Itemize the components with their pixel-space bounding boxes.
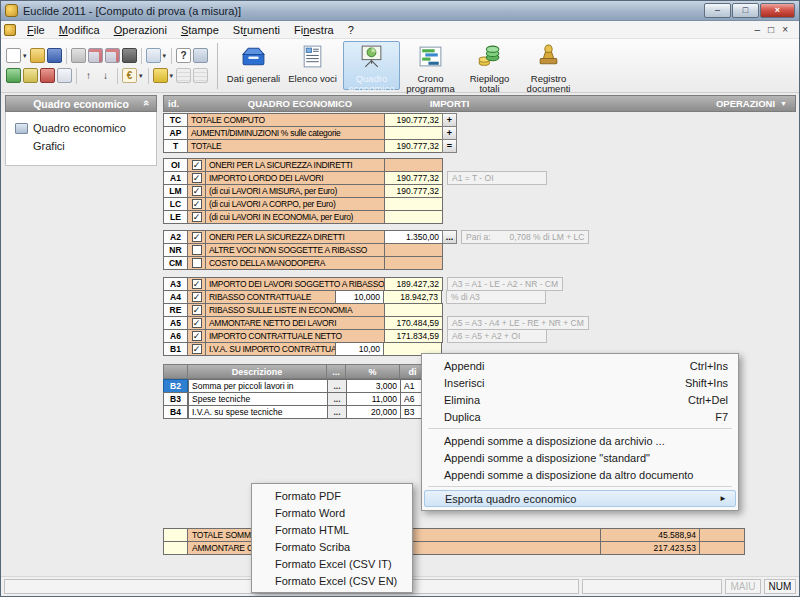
menu-modifica[interactable]: Modifica (52, 23, 107, 37)
table-row-lm: LM✓(di cui LAVORI A MISURA, per Euro)190… (163, 184, 799, 198)
table-row-a4: A4✓RIBASSO CONTRATTUALE10,00018.942,73% … (163, 290, 799, 304)
importo-cell: 190.777,32 (384, 171, 443, 185)
open-folder-icon[interactable] (30, 48, 45, 63)
checkbox[interactable]: ✓ (192, 279, 202, 289)
restore-button[interactable]: □ (732, 3, 759, 18)
checkbox[interactable]: ✓ (192, 212, 202, 222)
save-icon[interactable] (47, 48, 62, 63)
sidebar-item-grafici[interactable]: Grafici (15, 137, 154, 155)
submenu-item-formato-excel-csv-it[interactable]: Formato Excel (CSV IT) (254, 555, 410, 572)
row-equals-button[interactable]: = (442, 139, 457, 153)
checkbox[interactable]: ✓ (192, 331, 202, 341)
toolbar-button-registro-documenti[interactable]: Registro documenti (520, 41, 577, 90)
toolbar-button-riepilogo-totali[interactable]: Riepilogo totali (461, 41, 518, 90)
row-ellipsis-button[interactable]: ... (327, 392, 347, 406)
value-input[interactable]: 10,000 (335, 290, 384, 304)
menu-file[interactable]: File (20, 23, 52, 37)
paste-special-icon[interactable] (105, 48, 120, 63)
grid-2-icon[interactable] (193, 68, 208, 83)
context-menu-item-appendi-somme-a-disposizione-da-altro-documento[interactable]: Appendi somme a disposizione da altro do… (424, 466, 736, 483)
submenu-item-formato-scriba[interactable]: Formato Scriba (254, 538, 410, 555)
scroll-top-icon[interactable]: ↑ (81, 68, 96, 83)
checkbox[interactable]: ✓ (192, 344, 202, 354)
close-button[interactable]: × (760, 3, 795, 18)
context-menu-item-elimina[interactable]: EliminaCtrl+Del (424, 391, 736, 408)
row-ellipsis-button[interactable]: ... (442, 230, 457, 244)
submenu-item-formato-pdf[interactable]: Formato PDF (254, 487, 410, 504)
column-id: id. (164, 98, 189, 109)
toolbar-button-crono-programma[interactable]: Crono programma (402, 41, 459, 90)
checkbox[interactable] (192, 245, 202, 255)
submenu-item-formato-html[interactable]: Formato HTML (254, 521, 410, 538)
checkbox[interactable]: ✓ (192, 305, 202, 315)
menu-help[interactable]: ? (341, 23, 361, 37)
toolbar-separator (117, 68, 118, 84)
menu-strumenti[interactable]: Strumenti (226, 23, 287, 37)
table-group-4: A3✓IMPORTO DEI LAVORI SOGGETTO A RIBASSO… (163, 277, 799, 356)
app-logo-icon (5, 4, 18, 17)
mdi-close-button[interactable]: × (782, 24, 788, 35)
fill-icon[interactable] (153, 68, 168, 83)
scroll-bottom-icon[interactable]: ↓ (98, 68, 113, 83)
currency-icon[interactable]: € (122, 68, 137, 83)
checkbox[interactable]: ✓ (192, 318, 202, 328)
row-plus-button[interactable]: + (442, 126, 457, 140)
copy-icon[interactable] (57, 68, 72, 83)
menu-stampe[interactable]: Stampe (174, 23, 226, 37)
context-menu-item-esporta-quadro-economico[interactable]: Esporta quadro economico► (424, 490, 736, 507)
value-input[interactable]: 10,00 (335, 342, 384, 356)
percent-cell[interactable]: 20,000 (346, 405, 401, 419)
checkbox[interactable]: ✓ (192, 160, 202, 170)
submenu-item-formato-word[interactable]: Formato Word (254, 504, 410, 521)
menu-operazioni[interactable]: Operazioni (107, 23, 174, 37)
checkbox[interactable]: ✓ (192, 199, 202, 209)
mdi-minimize-button[interactable]: – (755, 24, 761, 35)
checkbox[interactable]: ✓ (192, 292, 202, 302)
find-icon[interactable] (122, 48, 137, 63)
checkbox[interactable]: ✓ (192, 186, 202, 196)
toolbar-button-elenco-voci[interactable]: Elenco voci (284, 41, 341, 90)
toolbar-button-dati-generali[interactable]: Dati generali (225, 41, 282, 90)
table-row-lc: LC✓(di cui LAVORI A CORPO, per Euro) (163, 197, 799, 211)
importo-cell: 189.427,32 (384, 277, 443, 291)
sidebar-header[interactable]: Quadro economico « (5, 95, 157, 112)
grid-1-icon[interactable] (176, 68, 191, 83)
operazioni-menu[interactable]: OPERAZIONI ▼ (716, 98, 795, 109)
context-menu-item-inserisci[interactable]: InserisciShift+Ins (424, 374, 736, 391)
toolbar-button-quadro-economico[interactable]: Quadro economico (343, 41, 400, 90)
checkbox[interactable]: ✓ (192, 173, 202, 183)
crono-programma-icon (417, 44, 444, 73)
percent-cell[interactable]: 3,000 (346, 379, 401, 393)
percent-cell[interactable]: 11,000 (346, 392, 401, 406)
row-ellipsis-button[interactable]: ... (327, 405, 347, 419)
mdi-restore-button[interactable]: □ (768, 24, 774, 35)
submenu-item-formato-excel-csv-en[interactable]: Formato Excel (CSV EN) (254, 572, 410, 589)
import-icon[interactable] (6, 68, 21, 83)
help-icon[interactable]: ? (176, 48, 191, 63)
menu-finestra[interactable]: Finestra (287, 23, 341, 37)
context-menu-item-appendi[interactable]: AppendiCtrl+Ins (424, 357, 736, 374)
print-preview-icon[interactable] (71, 48, 86, 63)
checkbox-cell: ✓ (187, 158, 206, 172)
column-quadro-economico: QUADRO ECONOMICO (189, 98, 411, 109)
new-document-icon[interactable] (6, 48, 21, 63)
context-menu-item-duplica[interactable]: DuplicaF7 (424, 408, 736, 425)
checkbox[interactable] (192, 258, 202, 268)
context-menu-item-appendi-somme-a-disposizione-da-archivio[interactable]: Appendi somme a disposizione da archivio… (424, 432, 736, 449)
toolbar-separator (141, 48, 142, 64)
sidebar-item-quadro-economico[interactable]: Quadro economico (15, 119, 154, 137)
checkbox[interactable]: ✓ (192, 232, 202, 242)
minimize-button[interactable]: – (704, 3, 731, 18)
row-plus-button[interactable]: + (442, 113, 457, 127)
row-ellipsis-button[interactable]: ... (327, 379, 347, 393)
context-menu-item-appendi-somme-a-disposizione-standard[interactable]: Appendi somme a disposizione "standard" (424, 449, 736, 466)
sort-columns-icon[interactable] (193, 48, 208, 63)
export-icon[interactable] (23, 68, 38, 83)
window-switch-icon[interactable] (146, 48, 161, 63)
copy-special-icon[interactable] (88, 48, 103, 63)
toolbar-button-label: Registro documenti (521, 74, 576, 94)
collapse-chevron-icon[interactable]: « (141, 100, 153, 106)
row-id: A3 (163, 277, 188, 291)
importo-cell[interactable]: 1.350,00 (384, 230, 443, 244)
print-icon[interactable] (40, 68, 55, 83)
